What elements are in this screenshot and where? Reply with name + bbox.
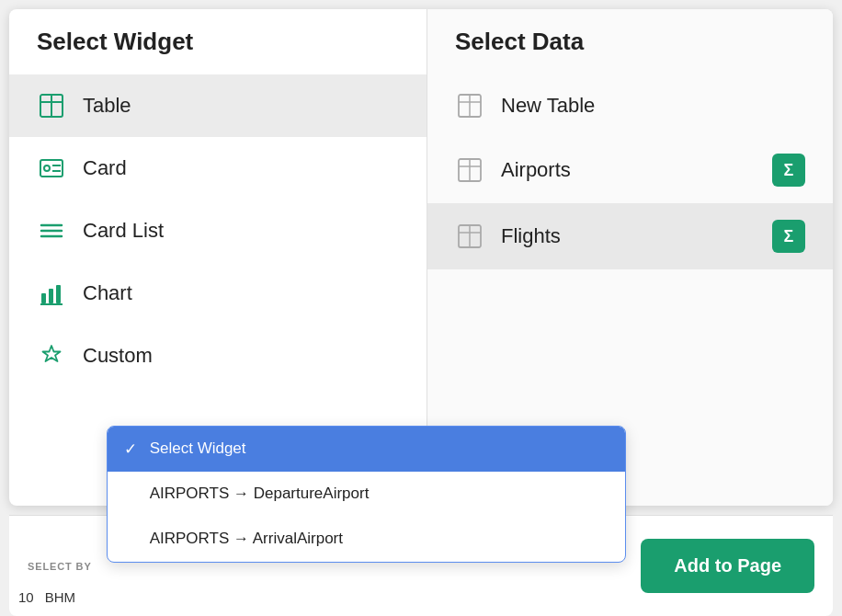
data-item-airports[interactable]: Airports Σ xyxy=(427,137,833,203)
svg-rect-12 xyxy=(56,285,61,303)
svg-rect-10 xyxy=(41,293,46,303)
dropdown-option-label-select-widget: Select Widget xyxy=(150,439,246,458)
dropdown-option-airports-arrival[interactable]: ✓ AIRPORTS → ArrivalAirport xyxy=(108,517,626,562)
row-number: 10 xyxy=(18,589,34,605)
widget-label-card-list: Card List xyxy=(83,219,164,243)
dropdown-option-select-widget[interactable]: ✓ Select Widget xyxy=(108,427,626,472)
svg-point-4 xyxy=(44,165,50,171)
svg-rect-11 xyxy=(49,289,53,303)
data-label-flights: Flights xyxy=(501,224,756,248)
widget-label-custom: Custom xyxy=(83,344,153,368)
check-icon: ✓ xyxy=(124,439,141,459)
card-list-icon xyxy=(37,216,66,245)
widget-item-chart[interactable]: Chart xyxy=(9,262,427,325)
data-item-new-table[interactable]: New Table xyxy=(427,74,833,137)
widget-label-card: Card xyxy=(83,156,127,180)
row-value: BHM xyxy=(45,589,75,605)
widget-label-table: Table xyxy=(83,94,131,118)
bottom-bar: SELECT BY ✓ Select Widget ✓ AIRPORTS → D… xyxy=(9,515,833,616)
card-icon xyxy=(37,154,66,183)
new-table-icon xyxy=(455,91,484,120)
data-item-flights[interactable]: Flights Σ xyxy=(427,203,833,269)
add-to-page-button[interactable]: Add to Page xyxy=(641,539,814,593)
data-label-new-table: New Table xyxy=(501,94,805,118)
custom-icon xyxy=(37,341,66,371)
table-icon xyxy=(37,91,66,120)
select-by-label: SELECT BY xyxy=(28,561,92,572)
data-label-airports: Airports xyxy=(501,158,756,182)
dropdown-option-label-airports-arrival: AIRPORTS → ArrivalAirport xyxy=(150,530,343,548)
widget-label-chart: Chart xyxy=(83,281,132,305)
flights-sigma-badge: Σ xyxy=(772,220,805,253)
chart-icon xyxy=(37,279,66,308)
dropdown-option-label-airports-departure: AIRPORTS → DepartureAirport xyxy=(150,485,370,503)
table-preview-row: 10 BHM xyxy=(18,589,75,605)
data-panel-title: Select Data xyxy=(427,28,833,74)
flights-table-icon xyxy=(455,222,484,251)
widget-item-card-list[interactable]: Card List xyxy=(9,200,427,262)
widget-panel-title: Select Widget xyxy=(9,28,427,74)
dropdown-menu: ✓ Select Widget ✓ AIRPORTS → DepartureAi… xyxy=(107,426,627,563)
widget-item-card[interactable]: Card xyxy=(9,137,427,200)
dropdown-option-airports-departure[interactable]: ✓ AIRPORTS → DepartureAirport xyxy=(108,472,626,517)
widget-item-custom[interactable]: Custom xyxy=(9,325,427,387)
airports-table-icon xyxy=(455,155,484,185)
airports-sigma-badge: Σ xyxy=(772,154,805,187)
widget-item-table[interactable]: Table xyxy=(9,74,427,137)
